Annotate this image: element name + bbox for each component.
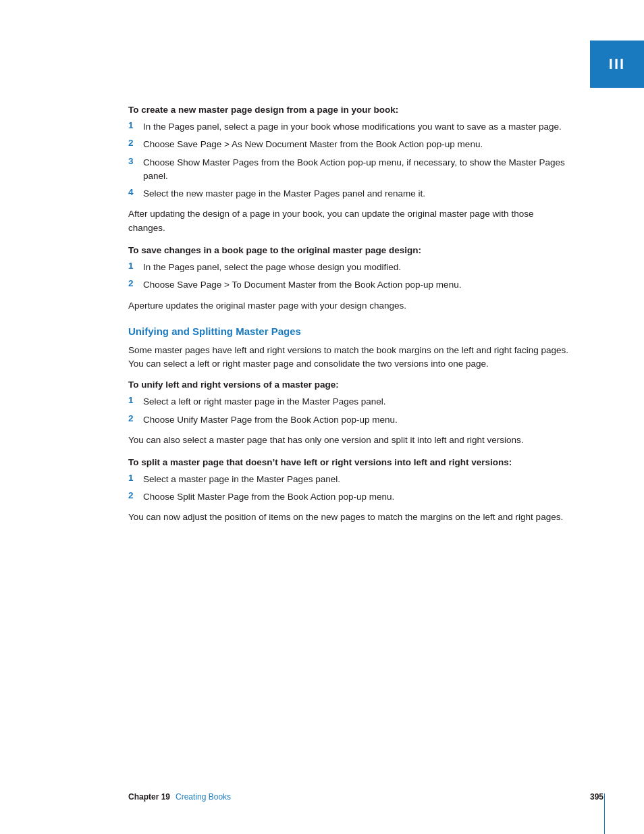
item-text: Choose Show Master Pages from the Book A… — [143, 156, 570, 184]
item-text: Select the new master page in the Master… — [143, 187, 425, 201]
chapter-tab: III — [590, 41, 644, 88]
list-item: 1 Select a left or right master page in … — [128, 395, 570, 409]
subsection-unify: To unify left and right versions of a ma… — [128, 380, 570, 447]
footer-chapter-link: Creating Books — [176, 792, 231, 802]
item-text: Choose Split Master Page from the Book A… — [143, 490, 394, 504]
item-number: 2 — [128, 278, 140, 288]
item-text: Choose Unify Master Page from the Book A… — [143, 413, 398, 427]
item-text: Choose Save Page > As New Document Maste… — [143, 138, 483, 151]
item-number: 1 — [128, 120, 140, 130]
item-number: 2 — [128, 413, 140, 423]
item-number: 1 — [128, 473, 140, 483]
list-item: 1 Select a master page in the Master Pag… — [128, 473, 570, 486]
item-number: 3 — [128, 156, 140, 166]
item-number: 1 — [128, 261, 140, 271]
section-unify-split: Unifying and Splitting Master Pages Some… — [128, 325, 570, 525]
list-item: 2 Choose Save Page > To Document Master … — [128, 278, 570, 292]
subsection1-heading: To unify left and right versions of a ma… — [128, 380, 570, 390]
chapter-tab-label: III — [609, 55, 625, 73]
section-save-master: To save changes in a book page to the or… — [128, 245, 570, 313]
section3-intro: Some master pages have left and right ve… — [128, 344, 570, 372]
page-footer: Chapter 19 Creating Books 395 — [0, 792, 644, 802]
list-item: 2 Choose Unify Master Page from the Book… — [128, 413, 570, 427]
section2-paragraph: Aperture updates the original master pag… — [128, 299, 570, 313]
list-item: 4 Select the new master page in the Mast… — [128, 187, 570, 201]
item-number: 2 — [128, 138, 140, 148]
item-text: In the Pages panel, select a page in you… — [143, 120, 562, 134]
section1-heading: To create a new master page design from … — [128, 105, 570, 115]
item-text: In the Pages panel, select the page whos… — [143, 261, 401, 274]
item-text: Select a master page in the Master Pages… — [143, 473, 340, 486]
section-create-master: To create a new master page design from … — [128, 105, 570, 236]
section3-heading: Unifying and Splitting Master Pages — [128, 325, 570, 337]
list-item: 2 Choose Save Page > As New Document Mas… — [128, 138, 570, 151]
list-item: 2 Choose Split Master Page from the Book… — [128, 490, 570, 504]
list-item: 1 In the Pages panel, select a page in y… — [128, 120, 570, 134]
subsection2-heading: To split a master page that doesn’t have… — [128, 457, 570, 467]
page-container: III To create a new master page design f… — [0, 0, 644, 834]
section1-paragraph: After updating the design of a page in y… — [128, 207, 570, 236]
item-text: Choose Save Page > To Document Master fr… — [143, 278, 461, 292]
list-item: 1 In the Pages panel, select the page wh… — [128, 261, 570, 274]
footer-page-number: 395 — [590, 792, 603, 802]
list-item: 3 Choose Show Master Pages from the Book… — [128, 156, 570, 184]
item-number: 1 — [128, 395, 140, 405]
item-number: 2 — [128, 490, 140, 500]
subsection2-paragraph: You can now adjust the position of items… — [128, 511, 570, 525]
item-text: Select a left or right master page in th… — [143, 395, 385, 409]
section2-heading: To save changes in a book page to the or… — [128, 245, 570, 255]
item-number: 4 — [128, 187, 140, 197]
subsection1-paragraph: You can also select a master page that h… — [128, 434, 570, 448]
subsection-split: To split a master page that doesn’t have… — [128, 457, 570, 525]
right-border-line — [604, 793, 605, 834]
footer-chapter-label: Chapter 19 — [128, 792, 170, 802]
main-content: To create a new master page design from … — [128, 0, 570, 525]
